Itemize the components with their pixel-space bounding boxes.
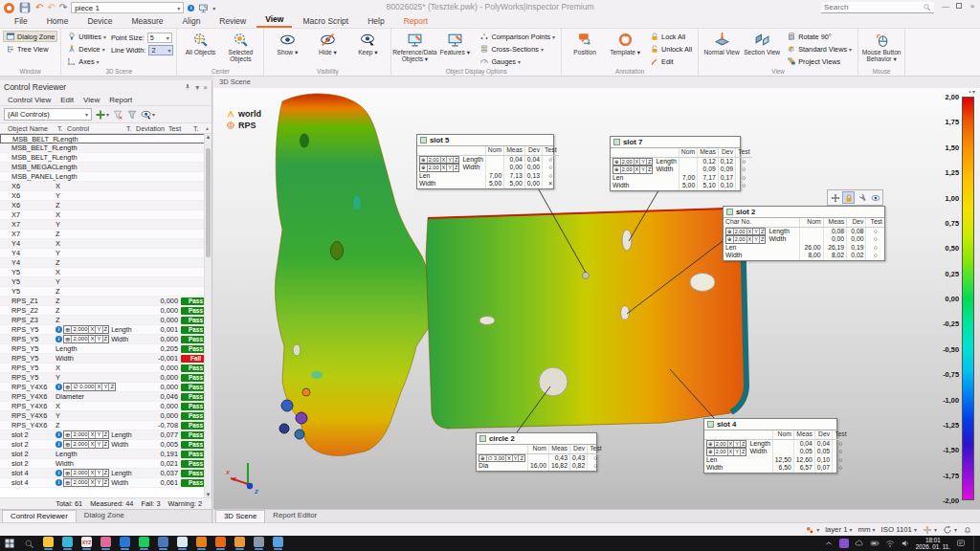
table-row[interactable]: MSB_BELT_RETRA...Length <box>0 143 212 153</box>
undo-history-button[interactable]: ↶ <box>47 3 55 12</box>
table-row[interactable]: MSB_BELT_RETRA...Length <box>0 134 212 143</box>
scale-options-icons[interactable]: ▪ ▾ <box>969 88 975 95</box>
normal-view-button[interactable]: Normal View <box>702 30 742 55</box>
search-input[interactable] <box>824 3 915 11</box>
section-view-button[interactable]: Section View <box>742 30 782 55</box>
device-button[interactable]: Device▾ <box>64 43 109 55</box>
menu-view[interactable]: View <box>83 96 100 104</box>
edit-button[interactable]: Edit <box>647 55 695 67</box>
table-scrollbar[interactable]: ▲ ▼ <box>204 134 212 497</box>
scroll-up-icon[interactable]: ▲ <box>205 134 212 140</box>
annotation-circle-2[interactable]: circle 2NomMeasDevTest⊕∅ 3,00XYZ0,430,43… <box>476 432 597 472</box>
wifi-icon[interactable] <box>885 539 895 548</box>
tab-macro-script[interactable]: Macro Script <box>294 15 357 28</box>
viewport-3d[interactable]: world RPS slot 5NomMeasDevTest⊕2,00XYZ L… <box>213 88 980 509</box>
taskbar-search-icon[interactable] <box>24 539 34 549</box>
tab-dialog-zone[interactable]: Dialog Zone <box>77 510 132 522</box>
comparison-points-button[interactable]: Comparison Points▾ <box>477 31 558 42</box>
dialog-zone-button[interactable]: Dialog Zone <box>3 31 57 42</box>
table-row[interactable]: X6Y <box>0 191 212 201</box>
deviation-column-header[interactable]: Deviation <box>134 124 167 133</box>
table-row[interactable]: slot 2i⊕2,000XYZWidth0,005Pass <box>0 440 212 450</box>
undo-button[interactable]: ↶ <box>35 3 43 12</box>
table-row[interactable]: X6X <box>0 182 212 191</box>
quick-access-more-button[interactable]: ▾ <box>212 5 215 11</box>
deviation-color-scale[interactable]: ▪ ▾ 2,001,751,501,251,000,750,500,250,00… <box>942 94 978 503</box>
control-column-header[interactable]: Control <box>65 124 124 133</box>
tab-3d-scene[interactable]: 3D Scene <box>215 510 265 522</box>
mouse-button-behavior-button[interactable]: Mouse Button Behavior ▾ <box>861 30 902 62</box>
table-row[interactable]: X7X <box>0 210 212 220</box>
tab-report[interactable]: Report <box>395 15 437 28</box>
table-row[interactable]: RPS_Y5i⊕2,000XYZLength0,001Pass <box>0 325 212 335</box>
annotation-move-button[interactable] <box>829 191 841 204</box>
table-row[interactable]: RPS_Y4X6i⊕∅ 0,000XYZ0,000Pass <box>0 383 212 392</box>
position-button[interactable]: Position <box>565 30 605 55</box>
menu-control-view[interactable]: Control View <box>8 96 51 104</box>
object-name-column-header[interactable]: Object Name <box>0 124 56 133</box>
rps-alignment-label[interactable]: RPS <box>226 121 261 130</box>
taskbar-app-outlook[interactable] <box>120 537 130 550</box>
taskbar-app-calculator[interactable] <box>158 537 168 550</box>
taskbar-app-polyworks[interactable] <box>215 537 226 550</box>
table-row[interactable]: RPS_Y4X6Diameter0,046Pass <box>0 392 212 402</box>
taskbar-app-edge[interactable] <box>62 537 73 550</box>
table-row[interactable]: RPS_Y5i⊕2,000XYZWidth0,000Pass <box>0 335 212 344</box>
table-row[interactable]: X7Z <box>0 230 212 239</box>
selected-objects-button[interactable]: Selected Objects <box>220 30 260 62</box>
snap-options-button[interactable]: ▾ <box>923 525 937 535</box>
table-row[interactable]: MSB_MEGACASTI...Length <box>0 163 212 172</box>
review-visibility-button[interactable]: ▾ <box>141 109 155 121</box>
controls-filter-select[interactable]: (All Controls) ▾ <box>4 108 92 121</box>
taskbar-app-notes[interactable] <box>177 537 188 550</box>
layer-select[interactable]: layer 1▾ <box>825 525 852 534</box>
taskbar-app-spotify[interactable] <box>139 537 149 550</box>
tray-expand-icon[interactable] <box>824 539 834 548</box>
search-box[interactable] <box>821 2 934 13</box>
table-row[interactable]: slot 4i⊕2,000XYZWidth0,061Pass <box>0 478 212 488</box>
annotation-lock-button[interactable] <box>842 191 855 204</box>
scroll-down-icon[interactable]: ▼ <box>205 492 212 497</box>
rotate-90-button[interactable]: Rotate 90° <box>784 31 855 42</box>
tab-device[interactable]: Device <box>78 15 121 28</box>
battery-icon[interactable] <box>870 539 880 548</box>
table-row[interactable]: RPS_Z2Z0,000Pass <box>0 306 212 316</box>
annotation-slot-5[interactable]: slot 5NomMeasDevTest⊕2,00XYZ Length0,040… <box>416 134 554 189</box>
tab-file[interactable]: File <box>6 15 36 28</box>
clear-filter-button[interactable] <box>112 109 123 121</box>
tab-align[interactable]: Align <box>173 15 209 28</box>
table-row[interactable]: slot 2Width0,021Pass <box>0 459 212 469</box>
piece-selector[interactable]: piece 1 ▾ <box>71 2 184 13</box>
show-desktop-button[interactable] <box>973 536 976 551</box>
table-row[interactable]: RPS_Y5Width-0,001Fail <box>0 354 212 364</box>
annotation-slot-7[interactable]: slot 7NomMeasDevTest⊕2,00XYZ Length0,120… <box>610 136 741 191</box>
table-row[interactable]: Y5Y <box>0 277 212 287</box>
units-select[interactable]: mm▾ <box>858 525 876 534</box>
table-header[interactable]: Object NameT.ControlT.DeviationTestT.▲ <box>0 123 212 134</box>
taskbar-app-planet[interactable] <box>254 537 264 550</box>
axes-button[interactable]: Axes▾ <box>64 55 109 67</box>
table-row[interactable]: RPS_Y4X6Y0,000Pass <box>0 411 212 421</box>
taskbar-app-pink-app[interactable] <box>100 537 111 550</box>
table-row[interactable]: Y5X <box>0 268 212 277</box>
save-icon[interactable] <box>18 1 32 14</box>
table-row[interactable]: X6Z <box>0 201 212 210</box>
tray-app-icon[interactable] <box>839 539 849 548</box>
minimize-button[interactable]: — <box>940 2 951 11</box>
tab-review[interactable]: Review <box>211 15 255 28</box>
info-icon[interactable]: i <box>188 5 194 11</box>
standard-select[interactable]: ISO 1101▾ <box>881 525 917 534</box>
screen-capture-icon[interactable] <box>198 3 209 13</box>
pin-icon[interactable] <box>184 83 191 91</box>
tab-report-editor[interactable]: Report Editor <box>265 510 324 522</box>
table-row[interactable]: RPS_Y4X6X0,000Pass <box>0 402 212 411</box>
t-column-header[interactable]: T. <box>124 124 134 133</box>
tree-view-button[interactable]: Tree View <box>3 43 57 55</box>
probe-status-button[interactable]: ▾ <box>805 525 819 535</box>
annotation-slot-4[interactable]: slot 4NomMeasDevTest⊕2,00XYZ Length0,040… <box>703 418 837 474</box>
reference-data-objects-button[interactable]: Reference/Data Objects ▾ <box>394 30 434 62</box>
taskbar-app-file-explorer[interactable] <box>43 537 54 550</box>
clock[interactable]: 18:01 2026. 01. 11. <box>916 537 950 550</box>
menu-edit[interactable]: Edit <box>60 96 74 104</box>
table-row[interactable]: Y5Z <box>0 287 212 297</box>
